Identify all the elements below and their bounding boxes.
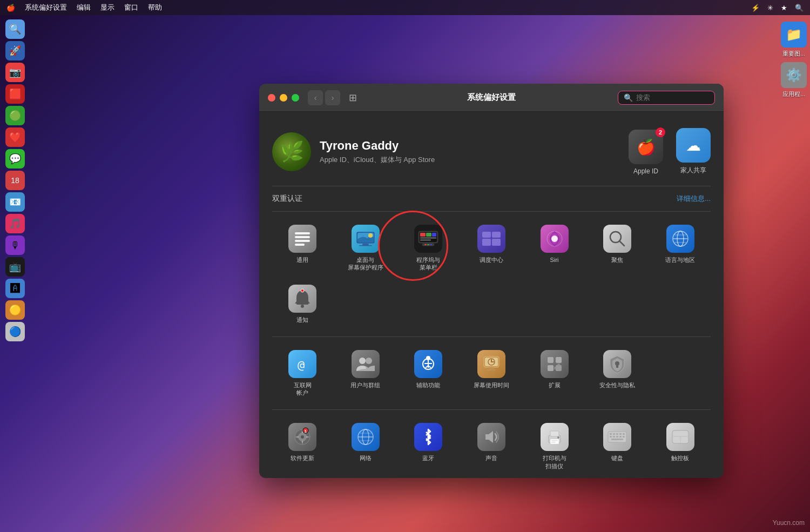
two-factor-detail-link[interactable]: 详细信息... — [677, 194, 711, 204]
pref-icon-bluetooth — [414, 423, 442, 451]
svg-rect-83 — [616, 436, 618, 437]
svg-rect-20 — [430, 244, 432, 245]
svg-rect-14 — [432, 233, 436, 237]
pref-icon-siri — [541, 225, 569, 253]
dock-icon-messages[interactable]: 💬 — [5, 149, 25, 169]
svg-rect-58 — [616, 365, 618, 368]
apple-id-button[interactable]: 🍎 2 Apple ID — [629, 130, 663, 175]
svg-rect-2 — [295, 240, 310, 242]
pref-icon-sound — [477, 423, 505, 451]
grid-icon[interactable]: ⊞ — [349, 92, 357, 104]
pref-label-mission: 调度中心 — [480, 256, 503, 264]
pref-item-keyboard[interactable]: 键盘 — [587, 419, 648, 474]
dock-icon-appstore[interactable]: 🅰 — [5, 279, 25, 298]
pref-item-screentime[interactable]: 屏幕使用时间 — [461, 346, 522, 401]
search-menubar-icon[interactable]: 🔍 — [795, 4, 804, 12]
watermark: Yuucn.com — [773, 519, 805, 527]
pref-item-internet[interactable]: @互联网 帐户 — [272, 346, 333, 401]
pref-label-general: 通用 — [296, 256, 308, 264]
apple-id-badge: 2 — [656, 127, 665, 137]
svg-rect-80 — [623, 433, 625, 435]
pref-item-users[interactable]: 用户与群组 — [335, 346, 396, 401]
back-button[interactable]: ‹ — [308, 90, 323, 105]
dock-icon-launchpad[interactable]: 🚀 — [5, 41, 25, 60]
maximize-button[interactable] — [292, 94, 299, 102]
pref-item-network[interactable]: 网络 — [335, 419, 396, 474]
svg-line-28 — [619, 241, 624, 246]
svg-rect-48 — [489, 367, 494, 369]
pref-icon-accessibility — [414, 350, 442, 378]
dock-icon-mail[interactable]: 📧 — [5, 192, 25, 212]
apple-menu-icon[interactable]: 🍎 — [6, 4, 15, 12]
svg-rect-23 — [482, 239, 491, 246]
profile-subtitle: Apple ID、iCloud、媒体与 App Store — [320, 155, 620, 165]
close-button[interactable] — [268, 94, 275, 102]
dock-icon-app5[interactable]: 🔵 — [5, 322, 25, 341]
pref-item-desktop[interactable]: 桌面与 屏幕保护程序 — [335, 220, 396, 276]
pref-icon-network — [352, 423, 380, 451]
svg-rect-54 — [556, 365, 562, 371]
menubar: 🍎 系统偏好设置 编辑 显示 窗口 帮助 ⚡ ✳ ★ 🔍 — [0, 0, 810, 15]
pref-item-extensions[interactable]: 扩展 — [524, 346, 585, 401]
pref-item-sound[interactable]: 声音 — [461, 419, 522, 474]
menubar-item-help[interactable]: 帮助 — [148, 3, 162, 12]
pref-icon-extensions — [541, 350, 569, 378]
pref-item-printer[interactable]: 打印机与 扫描仪 — [524, 419, 585, 474]
svg-rect-84 — [619, 436, 622, 437]
pref-item-trackpad[interactable]: 触控板 — [650, 419, 711, 474]
forward-button[interactable]: › — [325, 90, 340, 105]
pref-icon-dock — [414, 225, 442, 253]
menubar-item-window[interactable]: 窗口 — [124, 3, 138, 12]
desktop-right-icons: 📁 重要图... ⚙️ 应用程... — [778, 22, 810, 98]
svg-point-36 — [301, 289, 304, 292]
window-title: 系统偏好设置 — [467, 92, 516, 103]
family-sharing-button[interactable]: ☁ 家人共享 — [676, 128, 711, 175]
prefs-section-2: @互联网 帐户 用户与群组 辅助功能 — [272, 337, 711, 410]
desktop-icon-apps[interactable]: ⚙️ 应用程... — [781, 62, 807, 98]
menubar-item-edit[interactable]: 编辑 — [77, 3, 91, 12]
wifi-off-icon: ⚡ — [751, 4, 760, 12]
titlebar-nav: ‹ › — [308, 90, 340, 105]
dock-icon-music[interactable]: 🎵 — [5, 214, 25, 233]
dock-icon-photos[interactable]: 📷 — [5, 63, 25, 82]
svg-rect-82 — [613, 436, 615, 437]
pref-item-accessibility[interactable]: 辅助功能 — [398, 346, 459, 401]
pref-item-security[interactable]: 安全性与隐私 — [587, 346, 648, 401]
svg-rect-71 — [550, 439, 559, 444]
svg-rect-13 — [426, 233, 431, 237]
dock-icon-app3[interactable]: ❤️ — [5, 127, 25, 147]
pref-label-screentime: 屏幕使用时间 — [474, 381, 509, 389]
two-factor-label: 双重认证 — [272, 194, 302, 204]
pref-label-printer: 打印机与 扫描仪 — [543, 454, 566, 470]
pref-item-siri[interactable]: Siri — [524, 220, 585, 276]
user-avatar[interactable]: 🌿 — [272, 132, 311, 171]
svg-rect-70 — [550, 431, 559, 436]
pref-item-dock[interactable]: 程序坞与 菜单栏 — [398, 220, 459, 276]
pref-label-notify: 通知 — [296, 316, 308, 324]
pref-item-notify[interactable]: 通知 — [272, 280, 333, 328]
svg-rect-22 — [492, 232, 501, 238]
menubar-item-system[interactable]: 系统偏好设置 — [25, 3, 67, 12]
pref-item-general[interactable]: 通用 — [272, 220, 333, 276]
dock-icon-finder[interactable]: 🔍 — [5, 19, 25, 39]
pref-item-language[interactable]: 语言与地区 — [650, 220, 711, 276]
pref-label-dock: 程序坞与 菜单栏 — [416, 256, 440, 272]
minimize-button[interactable] — [280, 94, 287, 102]
pref-item-bluetooth[interactable]: 蓝牙 — [398, 419, 459, 474]
dock-icon-app1[interactable]: 🟥 — [5, 84, 25, 104]
search-input[interactable] — [636, 93, 709, 102]
dock-icon-app4[interactable]: 🟡 — [5, 300, 25, 320]
dock-icon-calendar[interactable]: 18 — [5, 171, 25, 190]
pref-item-spotlight[interactable]: 聚焦 — [587, 220, 648, 276]
desktop-icon-important[interactable]: 📁 重要图... — [781, 22, 807, 58]
svg-rect-18 — [424, 244, 427, 245]
pref-item-software[interactable]: 1 软件更新 — [272, 419, 333, 474]
svg-rect-16 — [420, 239, 431, 241]
menubar-item-display[interactable]: 显示 — [100, 3, 114, 12]
prefs-section-1: 通用 桌面与 屏幕保护程序 — [272, 212, 711, 337]
dock-icon-podcast[interactable]: 🎙 — [5, 235, 25, 255]
pref-item-mission[interactable]: 调度中心 — [461, 220, 522, 276]
dock-icon-tv[interactable]: 📺 — [5, 257, 25, 277]
dock-icon-app2[interactable]: 🟢 — [5, 106, 25, 125]
prefs-grid-3: 1 软件更新 网络 蓝牙 声音 — [272, 419, 711, 478]
